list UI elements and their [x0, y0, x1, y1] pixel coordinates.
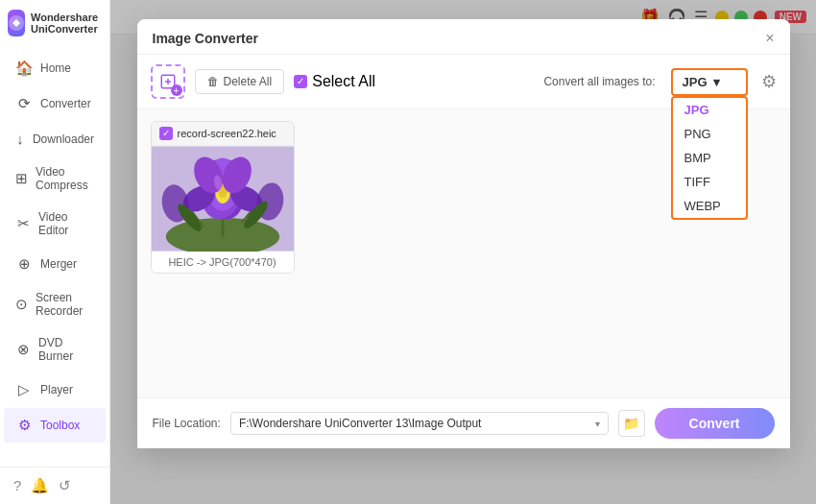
downloader-icon: ↓ [15, 131, 25, 147]
home-icon: 🏠 [15, 60, 33, 77]
format-option-png[interactable]: PNG [673, 122, 746, 146]
add-image-button[interactable]: + [151, 64, 185, 99]
modal-footer: File Location: F:\Wondershare UniConvert… [137, 397, 790, 448]
player-icon: ▷ [15, 381, 33, 398]
screen-recorder-icon: ⊙ [15, 296, 28, 313]
dropdown-arrow-icon: ▾ [713, 75, 720, 89]
trash-icon: 🗑 [207, 75, 219, 88]
sidebar-label-converter: Converter [40, 97, 91, 110]
open-folder-button[interactable]: 📁 [618, 410, 645, 437]
sidebar-label-dvd-burner: DVD Burner [38, 336, 94, 363]
refresh-icon[interactable]: ↺ [59, 477, 71, 494]
sidebar-item-video-editor[interactable]: ✂ Video Editor [4, 202, 106, 246]
format-dropdown-wrapper: JPG ▾ JPG PNG BMP TIFF WEBP [671, 68, 748, 96]
tile-conversion: HEIC -> JPG(700*470) [168, 256, 276, 268]
modal-toolbar: + 🗑 Delete All Select All Convert all im… [137, 55, 790, 109]
modal-overlay: Image Converter × + 🗑 Delete All Select … [110, 0, 816, 504]
convert-all-label: Convert all images to: [543, 75, 655, 88]
sidebar-item-toolbox[interactable]: ⚙ Toolbox [4, 408, 106, 443]
delete-all-label: Delete All [224, 75, 273, 88]
sidebar-label-downloader: Downloader [33, 132, 94, 146]
sidebar-nav: 🏠 Home ⟳ Converter ↓ Downloader ⊞ Video … [0, 46, 109, 467]
sidebar-label-screen-recorder: Screen Recorder [36, 291, 94, 318]
format-option-webp[interactable]: WEBP [673, 194, 746, 218]
sidebar-item-downloader[interactable]: ↓ Downloader [4, 122, 106, 156]
sidebar-label-player: Player [40, 383, 73, 396]
tile-footer: HEIC -> JPG(700*470) [152, 252, 294, 273]
image-tile-header: record-screen22.heic [152, 122, 294, 146]
modal-close-button[interactable]: × [765, 31, 774, 46]
file-path-select[interactable]: F:\Wondershare UniConverter 13\Image Out… [230, 412, 609, 435]
sidebar-item-screen-recorder[interactable]: ⊙ Screen Recorder [4, 282, 106, 326]
selected-format: JPG [683, 75, 708, 89]
sidebar-header: Wondershare UniConverter [0, 0, 109, 46]
format-option-bmp[interactable]: BMP [673, 146, 746, 170]
help-icon[interactable]: ? [13, 477, 21, 494]
converter-icon: ⟳ [15, 95, 33, 112]
sidebar-item-dvd-burner[interactable]: ⊗ DVD Burner [4, 327, 106, 372]
sidebar-item-video-compress[interactable]: ⊞ Video Compress [4, 156, 106, 201]
path-dropdown-arrow: ▾ [595, 419, 600, 429]
dvd-burner-icon: ⊗ [15, 341, 31, 358]
tile-image-container [152, 146, 294, 252]
modal-title: Image Converter [153, 31, 258, 46]
format-option-tiff[interactable]: TIFF [673, 170, 746, 194]
tile-checkbox[interactable] [159, 127, 173, 140]
format-dropdown-menu: JPG PNG BMP TIFF WEBP [671, 96, 748, 220]
sidebar-item-home[interactable]: 🏠 Home [4, 51, 106, 85]
file-path-text: F:\Wondershare UniConverter 13\Image Out… [239, 417, 591, 430]
toolbox-icon: ⚙ [15, 417, 33, 434]
folder-icon: 📁 [623, 416, 639, 431]
format-select-button[interactable]: JPG ▾ [671, 68, 748, 96]
file-location-label: File Location: [153, 417, 221, 430]
convert-button[interactable]: Convert [655, 408, 775, 439]
merger-icon: ⊕ [15, 255, 33, 273]
sidebar: Wondershare UniConverter 🏠 Home ⟳ Conver… [0, 0, 110, 504]
main-content: 🎁 🎧 ☰ NEW Image Converter × + [110, 0, 816, 504]
app-logo [8, 10, 25, 36]
format-option-jpg[interactable]: JPG [673, 98, 746, 122]
image-tile: record-screen22.heic [151, 121, 295, 274]
select-all-checkbox[interactable] [294, 75, 307, 88]
delete-all-button[interactable]: 🗑 Delete All [195, 69, 285, 94]
select-all-wrapper: Select All [294, 73, 375, 90]
settings-icon[interactable]: ⚙ [761, 71, 777, 92]
sidebar-label-video-compress: Video Compress [36, 165, 94, 192]
modal-titlebar: Image Converter × [137, 19, 790, 55]
sidebar-label-home: Home [40, 61, 71, 75]
sidebar-item-merger[interactable]: ⊕ Merger [4, 247, 106, 281]
video-editor-icon: ✂ [15, 215, 31, 232]
image-converter-modal: Image Converter × + 🗑 Delete All Select … [137, 19, 790, 448]
video-compress-icon: ⊞ [15, 170, 28, 187]
sidebar-label-video-editor: Video Editor [38, 210, 94, 237]
select-all-label: Select All [312, 73, 375, 90]
sidebar-label-merger: Merger [40, 257, 77, 271]
add-plus-icon: + [171, 84, 182, 96]
notification-icon[interactable]: 🔔 [31, 477, 49, 494]
tile-filename: record-screen22.heic [178, 128, 276, 139]
sidebar-item-player[interactable]: ▷ Player [4, 372, 106, 407]
app-title: Wondershare UniConverter [31, 12, 102, 35]
sidebar-label-toolbox: Toolbox [40, 419, 80, 432]
sidebar-item-converter[interactable]: ⟳ Converter [4, 86, 106, 121]
sidebar-footer: ? 🔔 ↺ [0, 467, 109, 504]
